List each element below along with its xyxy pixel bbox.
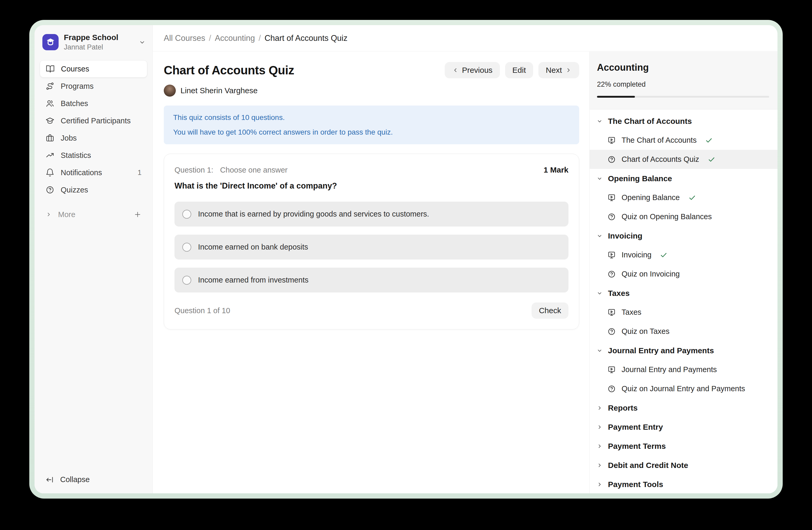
outline-chapter-debit-and-credit-note[interactable]: Debit and Credit Note: [590, 456, 778, 475]
monitor-play-icon: [607, 194, 616, 202]
chevron-down-icon: [596, 290, 603, 296]
sidebar-item-notifications[interactable]: Notifications1: [40, 164, 147, 181]
page-title: Chart of Accounts Quiz: [164, 63, 294, 77]
answer-option-label: Income earned from investments: [198, 276, 308, 284]
breadcrumb-separator: /: [209, 33, 212, 43]
breadcrumb-item-chart-of-accounts-quiz: Chart of Accounts Quiz: [264, 33, 347, 43]
outline-chapter-payment-entry[interactable]: Payment Entry: [590, 417, 778, 436]
outline-chapter-invoicing[interactable]: Invoicing: [590, 226, 778, 245]
outline-chapter-opening-balance[interactable]: Opening Balance: [590, 169, 778, 188]
sidebar-item-batches[interactable]: Batches: [40, 95, 147, 112]
question-instruction: Choose one answer: [220, 166, 288, 175]
answer-option-3[interactable]: Income earned from investments: [174, 268, 568, 293]
collapse-label: Collapse: [60, 475, 90, 484]
check-button[interactable]: Check: [532, 303, 568, 319]
edit-label: Edit: [512, 66, 526, 75]
radio-button[interactable]: [182, 243, 191, 252]
help-circle-icon: [607, 155, 616, 164]
sidebar-item-jobs[interactable]: Jobs: [40, 129, 147, 147]
outline-chapter-reports[interactable]: Reports: [590, 398, 778, 417]
quiz-info-banner: This quiz consists of 10 questions. You …: [164, 106, 579, 144]
edit-button[interactable]: Edit: [505, 62, 533, 78]
outline-lesson-journal-entry-and-payments[interactable]: Journal Entry and Payments: [590, 360, 778, 379]
outline-chapter-the-chart-of-accounts[interactable]: The Chart of Accounts: [590, 112, 778, 131]
outline-quiz-chart-of-accounts-quiz[interactable]: Chart of Accounts Quiz: [590, 150, 778, 169]
outline-chapter-payment-tools[interactable]: Payment Tools: [590, 475, 778, 493]
radio-button[interactable]: [182, 210, 191, 219]
outline-chapter-label: Payment Terms: [608, 442, 666, 451]
chevron-down-icon: [596, 233, 603, 239]
next-button[interactable]: Next: [538, 62, 579, 78]
radio-button[interactable]: [182, 276, 191, 285]
sidebar-item-statistics[interactable]: Statistics: [40, 147, 147, 164]
outline-chapter-label: The Chart of Accounts: [608, 117, 692, 126]
app-window-frame: Frappe School Jannat Patel CoursesProgra…: [29, 20, 783, 499]
sidebar-item-programs[interactable]: Programs: [40, 78, 147, 95]
outline-quiz-quiz-on-taxes[interactable]: Quiz on Taxes: [590, 322, 778, 341]
help-circle-icon: [607, 327, 616, 336]
collapse-icon: [45, 476, 54, 484]
outline-chapter-taxes[interactable]: Taxes: [590, 283, 778, 303]
progress-fill: [597, 96, 635, 98]
question-text: What is the 'Direct Income' of a company…: [174, 181, 568, 191]
course-header: Accounting 22% completed: [590, 52, 778, 110]
chevron-down-icon: [596, 118, 603, 124]
sidebar-item-quizzes[interactable]: Quizzes: [40, 181, 147, 198]
next-label: Next: [546, 66, 562, 75]
outline-quiz-quiz-on-journal-entry-and-payments[interactable]: Quiz on Journal Entry and Payments: [590, 379, 778, 398]
sidebar-item-courses[interactable]: Courses: [40, 60, 147, 78]
chevron-down-icon: [596, 348, 603, 354]
outline-quiz-quiz-on-invoicing[interactable]: Quiz on Invoicing: [590, 264, 778, 283]
check-label: Check: [539, 306, 561, 315]
previous-button[interactable]: Previous: [445, 62, 500, 78]
help-circle-icon: [607, 270, 616, 278]
route-icon: [45, 82, 54, 90]
outline-chapter-label: Reports: [608, 404, 638, 413]
sidebar-item-label: Batches: [61, 99, 88, 108]
sidebar-item-more[interactable]: More: [34, 206, 153, 223]
chevron-right-icon: [596, 462, 603, 469]
author-row: Linet Sherin Varghese: [164, 85, 589, 97]
check-icon: [660, 251, 668, 259]
plus-icon[interactable]: [134, 211, 142, 219]
outline-lesson-invoicing[interactable]: Invoicing: [590, 245, 778, 264]
answer-option-label: Income earned on bank deposits: [198, 243, 308, 251]
progress-bar: [597, 96, 769, 98]
outline-lesson-taxes[interactable]: Taxes: [590, 303, 778, 322]
outline-item-label: Quiz on Invoicing: [622, 270, 680, 278]
monitor-play-icon: [607, 365, 616, 374]
outline-item-label: Quiz on Taxes: [622, 327, 669, 336]
outline-chapter-payment-terms[interactable]: Payment Terms: [590, 436, 778, 456]
outline-quiz-quiz-on-opening-balances[interactable]: Quiz on Opening Balances: [590, 207, 778, 226]
workspace-switcher[interactable]: Frappe School Jannat Patel: [34, 25, 153, 57]
breadcrumb-item-accounting[interactable]: Accounting: [215, 33, 255, 43]
sidebar-item-label: Quizzes: [61, 186, 88, 194]
chevron-down-icon[interactable]: [139, 39, 146, 46]
book-open-icon: [46, 65, 55, 73]
breadcrumb: All Courses/Accounting/Chart of Accounts…: [164, 33, 347, 43]
answer-option-2[interactable]: Income earned on bank deposits: [174, 235, 568, 260]
outline-list: The Chart of AccountsThe Chart of Accoun…: [590, 110, 778, 493]
outline-lesson-opening-balance[interactable]: Opening Balance: [590, 188, 778, 207]
bell-icon: [45, 168, 54, 177]
help-circle-icon: [45, 185, 54, 194]
answer-option-1[interactable]: Income that is earned by providing goods…: [174, 201, 568, 226]
users-icon: [45, 99, 54, 108]
outline-lesson-the-chart-of-accounts[interactable]: The Chart of Accounts: [590, 131, 778, 150]
chevron-right-icon: [596, 443, 603, 449]
answer-option-label: Income that is earned by providing goods…: [198, 210, 429, 219]
outline-chapter-label: Debit and Credit Note: [608, 461, 688, 470]
sidebar-item-certified-participants[interactable]: Certified Participants: [40, 112, 147, 129]
avatar: [164, 85, 176, 97]
workspace-user: Jannat Patel: [64, 43, 118, 51]
briefcase-icon: [45, 134, 54, 142]
sidebar-item-label: Notifications: [61, 168, 102, 177]
outline-chapter-label: Invoicing: [608, 232, 642, 240]
outline-chapter-journal-entry-and-payments[interactable]: Journal Entry and Payments: [590, 341, 778, 360]
banner-line: This quiz consists of 10 questions.: [173, 113, 570, 122]
graduation-cap-logo-icon: [45, 37, 56, 48]
options-list: Income that is earned by providing goods…: [174, 201, 568, 293]
breadcrumb-item-all-courses[interactable]: All Courses: [164, 33, 205, 43]
sidebar-collapse-button[interactable]: Collapse: [34, 469, 153, 493]
question-label: Question 1:: [174, 166, 213, 175]
